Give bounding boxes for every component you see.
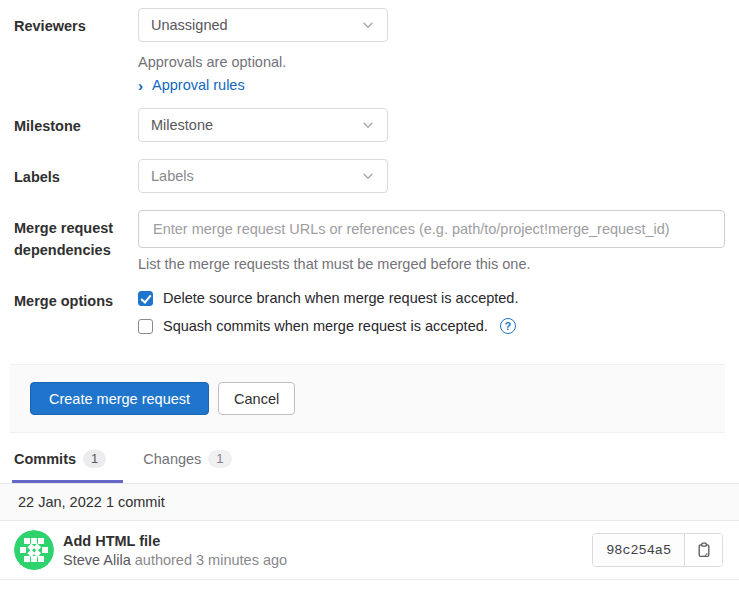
commits-date-header: 22 Jan, 2022 1 commit [0, 483, 739, 521]
create-merge-request-button[interactable]: Create merge request [30, 382, 209, 415]
copy-sha-button[interactable] [684, 534, 722, 566]
form-row-milestone: Milestone Milestone [14, 108, 725, 142]
squash-commits-option: Squash commits when merge request is acc… [138, 318, 725, 334]
dependencies-label: Merge request dependencies [14, 210, 138, 261]
chevron-right-icon: › [138, 78, 143, 93]
clipboard-icon [696, 542, 712, 558]
form-row-merge-options: Merge options Delete source branch when … [14, 290, 725, 334]
commit-sha[interactable]: 98c254a5 [593, 534, 684, 566]
squash-commits-checkbox[interactable] [138, 319, 153, 334]
form-row-dependencies: Merge request dependencies List the merg… [14, 210, 725, 272]
form-row-labels: Labels Labels [14, 159, 725, 193]
tab-changes-count-badge: 1 [208, 450, 231, 468]
labels-label: Labels [14, 159, 138, 188]
tab-commits-count-badge: 1 [83, 450, 106, 468]
tab-changes[interactable]: Changes 1 [141, 441, 248, 483]
reviewers-dropdown-value: Unassigned [151, 17, 228, 33]
chevron-down-icon [361, 118, 375, 132]
chevron-down-icon [361, 18, 375, 32]
dependencies-hint: List the merge requests that must be mer… [138, 256, 725, 272]
merge-request-form: Reviewers Unassigned Approvals are optio… [0, 0, 739, 334]
delete-source-branch-checkbox[interactable] [138, 291, 153, 306]
chevron-down-icon [361, 169, 375, 183]
approvals-hint: Approvals are optional. [138, 54, 725, 70]
cancel-button[interactable]: Cancel [218, 382, 295, 415]
milestone-label: Milestone [14, 108, 138, 137]
commit-title: Add HTML file [63, 533, 592, 549]
tab-commits[interactable]: Commits 1 [12, 441, 123, 483]
commit-author-name: Steve Alila [63, 552, 131, 568]
dependencies-input[interactable] [138, 210, 725, 248]
question-circle-icon[interactable]: ? [500, 318, 516, 334]
delete-source-branch-label[interactable]: Delete source branch when merge request … [163, 290, 518, 306]
merge-options-label: Merge options [14, 290, 138, 312]
commit-row: Add HTML file Steve Alila authored 3 min… [0, 521, 739, 580]
commit-authored-time: authored 3 minutes ago [135, 552, 287, 568]
delete-source-branch-option: Delete source branch when merge request … [138, 290, 725, 306]
tab-changes-label: Changes [143, 451, 201, 467]
approval-rules-link[interactable]: Approval rules [152, 77, 245, 93]
reviewers-label: Reviewers [14, 8, 138, 37]
milestone-dropdown[interactable]: Milestone [138, 108, 388, 142]
commit-author-avatar[interactable] [14, 530, 54, 570]
commit-meta: Steve Alila authored 3 minutes ago [63, 552, 592, 568]
tab-commits-label: Commits [14, 451, 76, 467]
form-actions-footer: Create merge request Cancel [10, 364, 725, 433]
squash-commits-label[interactable]: Squash commits when merge request is acc… [163, 318, 488, 334]
commit-changes-tabs: Commits 1 Changes 1 [12, 441, 739, 483]
merge-request-form-page: Reviewers Unassigned Approvals are optio… [0, 0, 739, 580]
milestone-dropdown-value: Milestone [151, 117, 213, 133]
form-row-reviewers: Reviewers Unassigned Approvals are optio… [14, 8, 725, 93]
labels-dropdown[interactable]: Labels [138, 159, 388, 193]
labels-dropdown-value: Labels [151, 168, 194, 184]
reviewers-dropdown[interactable]: Unassigned [138, 8, 388, 42]
approval-rules-toggle[interactable]: › Approval rules [138, 77, 725, 93]
commit-sha-group: 98c254a5 [592, 533, 723, 567]
